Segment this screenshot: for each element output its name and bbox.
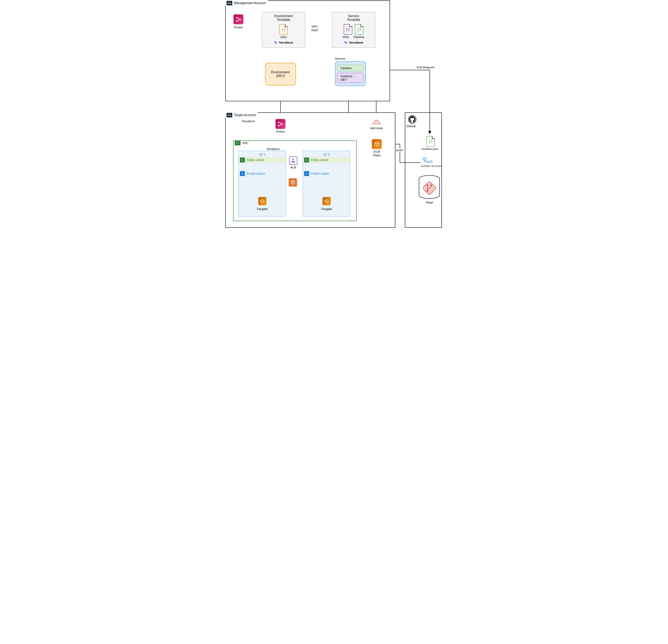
- ecr-repo-label: ECR Repo: [364, 150, 389, 157]
- svg-point-0: [236, 17, 237, 18]
- alb-icon: [289, 156, 297, 165]
- proton-label: Proton: [226, 26, 251, 29]
- az1-box: AZ 1 Public subnet Private subnet Fargat…: [239, 151, 286, 217]
- svc-template-infra-icon: { }: [344, 24, 352, 35]
- svg-point-7: [294, 162, 295, 163]
- repo-icon: [418, 175, 441, 201]
- az1-fargate-label: Fargate: [250, 207, 275, 211]
- github-actions-icon: [422, 156, 435, 165]
- svc-template-terraform: Terraform: [332, 40, 375, 45]
- github-actions-label: GitHub Actions: [416, 165, 447, 168]
- vpc-input-label: VPC input: [311, 25, 319, 32]
- az1-fargate-icon: [258, 197, 267, 205]
- workflow-yaml-icon: { }: [425, 135, 436, 147]
- env-template-infra-icon: { }: [279, 24, 288, 35]
- iam-role-icon: [372, 118, 381, 127]
- svg-point-10: [427, 161, 429, 163]
- az1-public-subnet: Public subnet: [239, 157, 286, 163]
- workflow-yaml-label: workflow.yaml: [418, 148, 442, 151]
- svc-template-title: Service Template: [332, 14, 375, 21]
- aws-logo-icon: aws: [227, 1, 232, 5]
- proton-target-label: Proton: [268, 130, 293, 133]
- lock-icon: [304, 157, 309, 163]
- svg-point-3: [278, 125, 279, 126]
- svc-template-infra-label: Infra: [343, 35, 349, 39]
- az2-fargate-icon: [322, 197, 331, 205]
- environment-template-box: Environment Template { } Infra Terraform: [262, 12, 305, 48]
- environment-box: Environment (DEV): [265, 63, 296, 86]
- vpc-title: VPC: [242, 141, 248, 145]
- svc-template-pipeline-label: Pipeline: [353, 35, 364, 39]
- repo-label: Repo: [417, 201, 442, 204]
- svg-point-2: [278, 122, 279, 123]
- proton-service-icon: [233, 14, 243, 24]
- svg-point-11: [430, 161, 432, 163]
- github-icon: [408, 115, 416, 124]
- vpc-box: VPC AZ 1 Public subnet Private subnet Fa…: [233, 140, 356, 221]
- service-pipeline-pill: Pipeline: [337, 65, 364, 71]
- github-label: GitHub: [399, 124, 423, 128]
- vpc-icon: [235, 140, 241, 145]
- lock-icon: [304, 171, 309, 176]
- service-title: Service: [334, 57, 346, 60]
- az2-title: AZ 2: [303, 153, 350, 156]
- push-label: push: [396, 148, 404, 152]
- az2-fargate-label: Fargate: [314, 207, 339, 211]
- github-box: [405, 112, 442, 228]
- pull-request-label: Pull Request: [416, 65, 435, 69]
- svg-point-5: [292, 162, 292, 163]
- svc-template-pipeline-icon: { }: [355, 24, 363, 35]
- svg-rect-4: [293, 159, 294, 160]
- ecs-icon: [289, 178, 297, 186]
- az1-title: AZ 1: [239, 153, 286, 156]
- alb-label: ALB: [281, 166, 306, 169]
- service-template-box: Service Template { } { } Infra Pipeline …: [332, 12, 375, 48]
- target-account-title: Target Account: [234, 113, 256, 117]
- iam-role-label: IAM Role: [364, 126, 389, 130]
- az2-public-subnet: Public subnet: [303, 157, 350, 163]
- aws-logo-icon: aws: [227, 113, 232, 117]
- terraform-left-label: Terraform: [241, 119, 255, 123]
- env-template-infra-label: Infra: [262, 35, 305, 39]
- ecr-repo-icon: [372, 139, 382, 149]
- service-instance-pill: Instance - DEV: [337, 73, 364, 83]
- svg-point-6: [293, 162, 294, 163]
- svg-point-1: [236, 20, 237, 21]
- az1-private-subnet: Private subnet: [239, 170, 286, 177]
- lock-icon: [240, 171, 245, 176]
- service-box: Pipeline Instance - DEV: [335, 61, 366, 86]
- proton-target-icon: [275, 119, 285, 129]
- az2-private-subnet: Private subnet: [303, 170, 350, 177]
- env-template-terraform: Terraform: [262, 40, 305, 45]
- env-template-title: Environment Template: [262, 14, 305, 21]
- az2-box: AZ 2 Public subnet Private subnet Fargat…: [303, 151, 350, 217]
- lock-icon: [240, 157, 245, 163]
- management-account-title: Management Account: [234, 1, 266, 5]
